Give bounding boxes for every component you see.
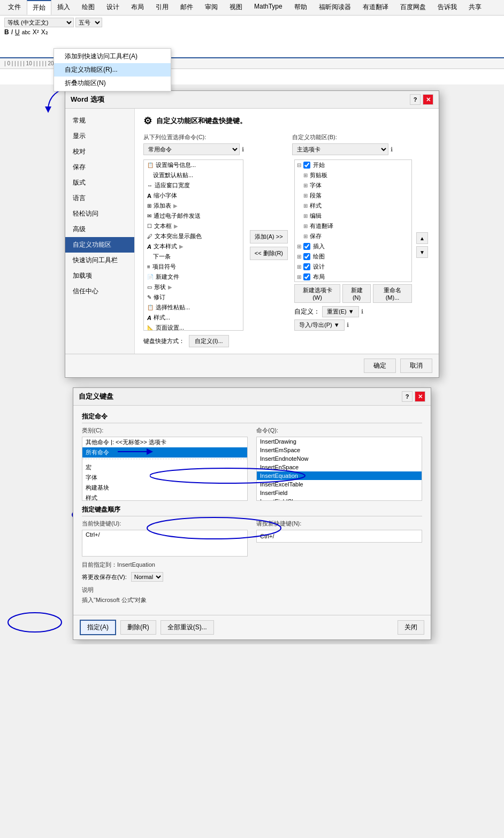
cat-all-commands[interactable]: 所有命令 <box>82 447 247 458</box>
delete-btn[interactable]: 删除(R) <box>120 620 156 635</box>
cmd-InsertEquation[interactable]: InsertEquation <box>257 471 422 480</box>
subscript-btn[interactable]: X₂ <box>41 28 48 36</box>
tree-paragraph[interactable]: ⊞ 段落 <box>295 191 411 201</box>
cat-macro[interactable]: 宏 <box>82 462 247 473</box>
sidebar-item-layout[interactable]: 版式 <box>65 175 134 191</box>
cat-styles[interactable]: 样式 <box>82 493 247 501</box>
superscript-btn[interactable]: X² <box>33 28 39 36</box>
tab-view[interactable]: 视图 <box>224 0 248 15</box>
cmd-shrink-font[interactable]: A 缩小字体 <box>144 191 243 201</box>
reset-btn[interactable]: 重置(E) ▼ <box>322 306 359 317</box>
tab-youdao[interactable]: 有道翻译 <box>357 0 394 15</box>
sidebar-item-language[interactable]: 语言 <box>65 191 134 206</box>
tab-design[interactable]: 设计 <box>101 0 125 15</box>
tab-file[interactable]: 文件 <box>2 0 27 15</box>
cmd-track-changes[interactable]: ✎ 修订 <box>144 292 243 302</box>
cmd-new-file[interactable]: 📄 新建文件 <box>144 272 243 282</box>
save-select[interactable]: Normal <box>131 572 163 582</box>
sidebar-item-general[interactable]: 常规 <box>65 113 134 128</box>
cmd-paste-special[interactable]: 📋 选择性粘贴... <box>144 302 243 313</box>
tree-draw[interactable]: ⊞ 绘图 <box>295 252 411 262</box>
kb-close-footer-btn[interactable]: 关闭 <box>398 620 424 635</box>
font-size-select[interactable]: 五号 <box>75 18 102 27</box>
tree-editing[interactable]: ⊞ 编辑 <box>295 211 411 221</box>
tab-mathtype[interactable]: MathType <box>248 0 288 15</box>
from-list-select[interactable]: 常用命令 <box>143 143 240 155</box>
tree-clipboard[interactable]: ⊞ 剪贴板 <box>295 170 411 180</box>
cmd-InsertExcelTable[interactable]: InsertExcelTable <box>257 480 422 489</box>
add-btn[interactable]: 添加(A) >> <box>250 230 288 243</box>
tree-save[interactable]: ⊞ 保存 <box>295 231 411 241</box>
tree-styles[interactable]: ⊞ 样式 <box>295 201 411 211</box>
rename-btn[interactable]: 重命名(M)... <box>373 284 412 303</box>
tab-home[interactable]: 开始 <box>27 0 51 15</box>
cmd-InsertFieldChars[interactable]: InsertFieldChars <box>257 497 422 501</box>
strikethrough-btn[interactable]: abc <box>22 29 30 35</box>
tab-baidu[interactable]: 百度网盘 <box>394 0 432 15</box>
cmd-styles[interactable]: A 样式... <box>144 313 243 323</box>
sidebar-item-quick-access[interactable]: 快速访问工具栏 <box>65 253 134 268</box>
cmd-add-table[interactable]: ⊞ 添加表 ▶ <box>144 201 243 211</box>
font-name-select[interactable]: 等线 (中文正文) <box>4 18 74 27</box>
ribbon-tree[interactable]: ⊟ 开始 ⊞ 剪贴板 ⊞ <box>294 159 412 282</box>
italic-btn[interactable]: I <box>11 28 13 36</box>
cmd-highlight[interactable]: 🖊 文本突出显示颜色 <box>144 231 243 241</box>
cmd-set-numbering[interactable]: 📋 设置编号信息... <box>144 160 243 170</box>
cmd-next[interactable]: 下一条 <box>144 252 243 262</box>
tab-mail[interactable]: 邮件 <box>174 0 199 15</box>
tree-insert[interactable]: ⊞ 插入 <box>295 241 411 252</box>
tree-begin-check[interactable] <box>303 162 310 169</box>
new-group-btn[interactable]: 新建(N) <box>342 284 371 303</box>
commands-list[interactable]: 📋 设置编号信息... 设置默认粘贴... ↔ 适应窗口宽度 <box>143 159 243 331</box>
tab-layout[interactable]: 布局 <box>125 0 150 15</box>
tab-draw[interactable]: 绘图 <box>76 0 101 15</box>
context-add-quick[interactable]: 添加到快速访问工具栏(A) <box>54 50 171 63</box>
sidebar-item-addins[interactable]: 加载项 <box>65 268 134 284</box>
assign-btn[interactable]: 指定(A) <box>80 620 116 635</box>
tree-begin[interactable]: ⊟ 开始 <box>295 160 411 170</box>
tab-share[interactable]: 共享 <box>463 0 487 15</box>
new-shortcut-input[interactable] <box>256 530 422 543</box>
current-key-item[interactable]: Ctrl+/ <box>82 530 247 539</box>
tree-design[interactable]: ⊞ 设计 <box>295 262 411 272</box>
cmd-InsertEnSpace[interactable]: InsertEnSpace <box>257 463 422 471</box>
help-btn[interactable]: ? <box>410 94 421 105</box>
tree-design-check[interactable] <box>303 263 310 270</box>
cat-other-commands[interactable]: 其他命令 |: <<无标签>> 选项卡 <box>82 437 247 447</box>
sidebar-item-accessibility[interactable]: 轻松访问 <box>65 206 134 222</box>
customize-ribbon-select[interactable]: 主选项卡 <box>292 143 388 155</box>
tab-insert[interactable]: 插入 <box>51 0 76 15</box>
cmd-InsertDrawing[interactable]: InsertDrawing <box>257 437 422 446</box>
cmd-bullets[interactable]: ≡ 项目符号 <box>144 262 243 272</box>
kb-close-btn[interactable]: ✕ <box>415 391 425 402</box>
keyboard-customize-btn[interactable]: 自定义(I)... <box>189 335 229 347</box>
sidebar-item-trust[interactable]: 信任中心 <box>65 284 134 299</box>
tab-tell[interactable]: 告诉我 <box>432 0 463 15</box>
tab-review[interactable]: 审阅 <box>199 0 224 15</box>
command-list[interactable]: InsertDrawing InsertEmSpace InsertEndnot… <box>256 437 422 501</box>
tab-ref[interactable]: 引用 <box>150 0 174 15</box>
cmd-fit-window[interactable]: ↔ 适应窗口宽度 <box>144 180 243 191</box>
move-down-btn[interactable]: ▼ <box>416 246 428 258</box>
cmd-set-default-paste[interactable]: 设置默认粘贴... <box>144 170 243 180</box>
kb-help-btn[interactable]: ? <box>402 391 413 402</box>
underline-btn[interactable]: U <box>15 28 20 36</box>
ok-btn[interactable]: 确定 <box>364 359 396 373</box>
cat-building-blocks[interactable]: 构建基块 <box>82 483 247 493</box>
tab-foxit[interactable]: 福昕阅读器 <box>313 0 357 15</box>
close-btn[interactable]: ✕ <box>423 94 433 105</box>
new-tab-btn[interactable]: 新建选项卡(W) <box>294 284 340 303</box>
tree-layout[interactable]: ⊞ 布局 <box>295 272 411 282</box>
cmd-textbox[interactable]: ☐ 文本框 ▶ <box>144 221 243 231</box>
cmd-page-setup[interactable]: 📐 页面设置... <box>144 323 243 331</box>
tree-youdao[interactable]: ⊞ 有道翻译 <box>295 221 411 231</box>
category-list[interactable]: 其他命令 |: <<无标签>> 选项卡 所有命令 宏 字体 构建基块 样式 常用… <box>82 437 248 501</box>
cat-font[interactable]: 字体 <box>82 473 247 483</box>
cmd-shapes[interactable]: ▭ 形状 ▶ <box>144 282 243 292</box>
sidebar-item-proofing[interactable]: 校对 <box>65 144 134 159</box>
cmd-InsertEmSpace[interactable]: InsertEmSpace <box>257 446 422 454</box>
current-keys-list[interactable]: Ctrl+/ <box>82 530 248 557</box>
tree-layout-check[interactable] <box>303 273 310 280</box>
cmd-text-style[interactable]: A 文本样式 ▶ <box>144 241 243 252</box>
reset-all-btn[interactable]: 全部重设(S)... <box>161 620 214 635</box>
